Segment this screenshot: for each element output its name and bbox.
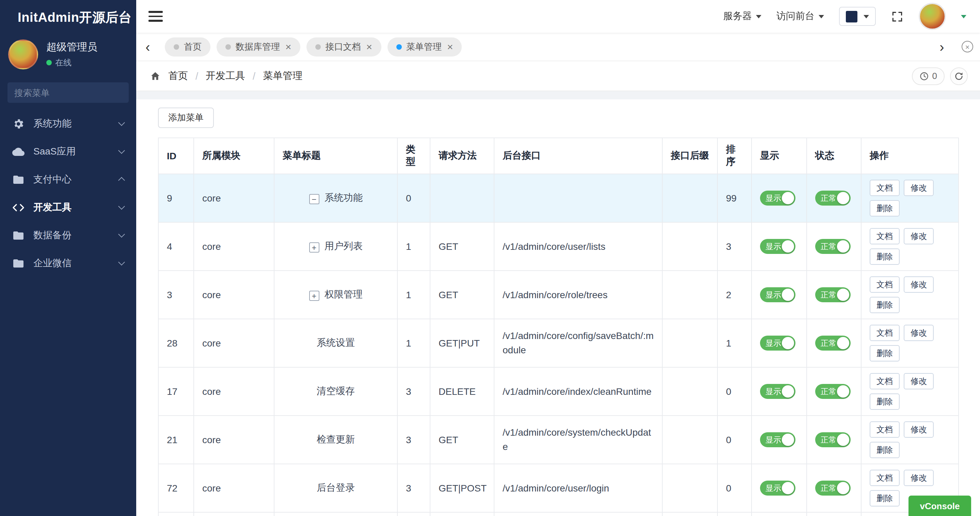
api-cell: /v1/admin/core/role/trees (494, 271, 662, 319)
user-status: 在线 (46, 57, 97, 68)
edit-button[interactable]: 修改 (904, 180, 934, 196)
breadcrumb-item[interactable]: 首页 (168, 70, 188, 83)
title-cell (274, 512, 398, 516)
module-cell: core (194, 416, 274, 464)
breadcrumb-item-current: 菜单管理 (263, 70, 302, 83)
id-cell: 3 (158, 271, 194, 319)
type-cell (398, 512, 430, 516)
method-cell: GET|PUT (430, 319, 494, 367)
status-toggle[interactable]: 正常 (815, 287, 851, 302)
server-dropdown[interactable]: 服务器 (723, 10, 761, 22)
display-toggle[interactable]: 显示 (760, 432, 795, 447)
status-toggle[interactable]: 正常 (815, 481, 851, 495)
edit-button[interactable]: 修改 (904, 228, 934, 245)
fullscreen-icon[interactable] (891, 10, 904, 23)
edit-button[interactable]: 修改 (904, 373, 934, 389)
app-logo: InitAdmin开源后台 (0, 0, 136, 34)
doc-button[interactable]: 文档 (870, 228, 900, 245)
doc-button[interactable]: 文档 (870, 276, 900, 293)
api-cell (494, 512, 662, 516)
api-cell: /v1/admin/core/config/saveBatch/:module (494, 319, 662, 367)
close-icon[interactable]: × (447, 41, 453, 52)
sidebar-item-payment[interactable]: 支付中心 (0, 165, 136, 193)
doc-button[interactable]: 文档 (870, 180, 900, 196)
type-cell: 3 (398, 367, 430, 416)
history-counter[interactable]: 0 (912, 67, 945, 85)
user-avatar[interactable] (8, 40, 38, 70)
expander-icon[interactable]: + (309, 243, 319, 253)
theme-color-select[interactable] (839, 7, 876, 26)
sidebar-item-saas[interactable]: SaaS应用 (0, 138, 136, 165)
tab-bar: ‹ 首页 数据库管理 × 接口文档 × 菜单管理 (136, 33, 980, 61)
edit-button[interactable]: 修改 (904, 421, 934, 438)
user-status-label: 在线 (55, 57, 72, 68)
tabs-scroll-left-icon[interactable]: ‹ (140, 40, 155, 54)
display-toggle[interactable]: 显示 (760, 481, 795, 495)
close-icon[interactable]: × (366, 41, 372, 52)
display-toggle[interactable]: 显示 (760, 191, 795, 206)
status-toggle[interactable]: 正常 (815, 191, 851, 206)
close-icon[interactable]: × (285, 41, 291, 52)
expander-icon[interactable]: − (309, 194, 319, 205)
delete-button[interactable]: 删除 (870, 394, 900, 410)
header-avatar[interactable] (919, 3, 946, 30)
sidebar-item-devtools[interactable]: 开发工具 (0, 193, 136, 221)
hamburger-menu-icon[interactable] (148, 11, 163, 22)
tab-home[interactable]: 首页 (165, 37, 210, 56)
tabs-scroll-right-icon[interactable]: › (934, 40, 949, 54)
tab-menu-management[interactable]: 菜单管理 × (387, 37, 462, 56)
status-toggle[interactable]: 正常 (815, 239, 851, 254)
theme-swatch (846, 11, 858, 22)
toggle-knob (782, 482, 794, 494)
menu-search-input[interactable] (8, 83, 129, 103)
display-toggle[interactable]: 显示 (760, 384, 795, 399)
doc-button[interactable]: 文档 (870, 470, 900, 486)
title-cell: 清空缓存 (274, 367, 398, 416)
doc-button[interactable]: 文档 (870, 373, 900, 389)
toggle-knob (782, 289, 794, 301)
edit-button[interactable]: 修改 (904, 325, 934, 341)
visit-frontend-dropdown[interactable]: 访问前台 (776, 10, 824, 22)
user-name: 超级管理员 (46, 41, 97, 54)
sidebar-item-wechat[interactable]: 企业微信 (0, 249, 136, 277)
status-toggle[interactable]: 正常 (815, 336, 851, 351)
id-cell: 72 (158, 464, 194, 512)
sidebar-item-label: SaaS应用 (33, 145, 76, 157)
operations-cell: 文档 修改 删除 (861, 271, 959, 319)
status-toggle[interactable]: 正常 (815, 384, 851, 399)
sidebar-item-backup[interactable]: 数据备份 (0, 221, 136, 249)
sidebar-item-label: 开发工具 (33, 201, 72, 213)
avatar-caret-down-icon[interactable] (961, 14, 966, 18)
status-cell: 正常 (807, 319, 861, 367)
delete-button[interactable]: 删除 (870, 248, 900, 265)
display-toggle[interactable]: 显示 (760, 239, 795, 254)
delete-button[interactable]: 删除 (870, 490, 900, 506)
delete-button[interactable]: 删除 (870, 442, 900, 458)
home-icon[interactable] (150, 70, 161, 81)
delete-button[interactable]: 删除 (870, 345, 900, 362)
tab-api-docs[interactable]: 接口文档 × (307, 37, 381, 56)
table-row: 72 core 后台登录 3 GET|POST /v1/admin/core/u… (158, 464, 959, 512)
edit-button[interactable]: 修改 (904, 470, 934, 486)
delete-button[interactable]: 删除 (870, 297, 900, 313)
sort-cell: 0 (718, 367, 751, 416)
status-toggle[interactable]: 正常 (815, 432, 851, 447)
close-all-tabs-icon[interactable]: × (962, 41, 973, 52)
breadcrumb-item[interactable]: 开发工具 (206, 70, 245, 83)
method-cell (430, 174, 494, 222)
tab-database[interactable]: 数据库管理 × (216, 37, 300, 56)
display-toggle[interactable]: 显示 (760, 336, 795, 351)
edit-button[interactable]: 修改 (904, 276, 934, 293)
vconsole-button[interactable]: vConsole (908, 495, 971, 516)
column-header: 显示 (751, 138, 807, 174)
sidebar-item-system-functions[interactable]: 系统功能 (0, 110, 136, 138)
doc-button[interactable]: 文档 (870, 325, 900, 341)
folder-icon (12, 257, 24, 269)
add-menu-button[interactable]: 添加菜单 (158, 108, 214, 128)
doc-button[interactable]: 文档 (870, 421, 900, 438)
sort-cell (718, 512, 751, 516)
delete-button[interactable]: 删除 (870, 200, 900, 216)
expander-icon[interactable]: + (309, 291, 319, 301)
display-toggle[interactable]: 显示 (760, 287, 795, 302)
refresh-button[interactable] (950, 67, 968, 85)
